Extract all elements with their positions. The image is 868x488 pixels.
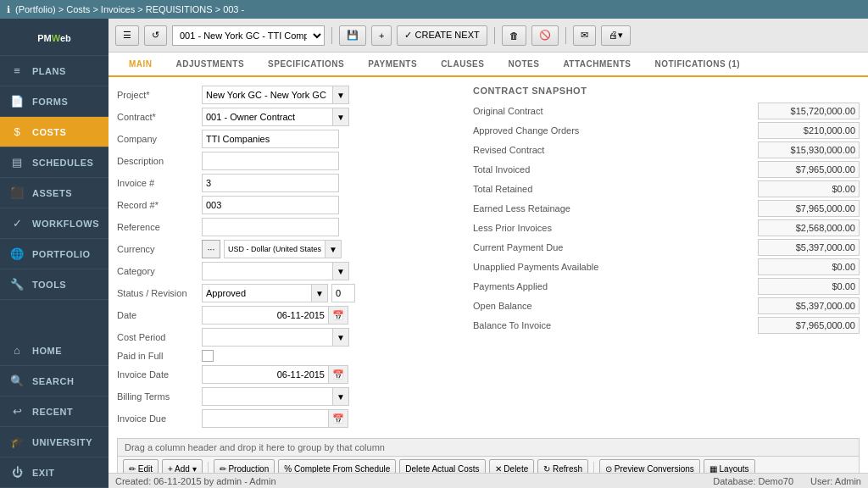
add-button[interactable]: + bbox=[371, 25, 392, 46]
billing-terms-input[interactable] bbox=[202, 387, 333, 406]
category-input[interactable] bbox=[202, 262, 333, 280]
grid-toolbar: ✏ Edit + Add ▾ ✏ Production % Complete F… bbox=[118, 457, 859, 473]
grid-complete-schedule-button[interactable]: % Complete From Schedule bbox=[278, 459, 396, 473]
snapshot-row-8: Unapplied Payments Available $0.00 bbox=[473, 258, 860, 275]
invoice-date-picker-btn[interactable]: 📅 bbox=[329, 365, 348, 384]
grid-production-button[interactable]: ✏ Production bbox=[214, 459, 275, 473]
save-button[interactable]: 💾 bbox=[339, 25, 366, 46]
invoice-due-input[interactable] bbox=[202, 409, 329, 428]
cancel-button[interactable]: 🚫 bbox=[531, 25, 559, 46]
cost-period-input[interactable] bbox=[202, 328, 333, 347]
grid-layouts-button[interactable]: ▦ Layouts bbox=[704, 459, 755, 473]
top-bar: ℹ (Portfolio) > Costs > Invoices > REQUI… bbox=[0, 0, 868, 19]
paid-full-checkbox[interactable] bbox=[202, 350, 214, 362]
currency-ellipsis-btn[interactable]: ··· bbox=[202, 240, 220, 258]
tab-payments[interactable]: PAYMENTS bbox=[356, 53, 429, 77]
sidebar-item-workflows[interactable]: ✓ WORKFLOWS bbox=[0, 208, 108, 239]
form-row-record: Record #* bbox=[117, 196, 456, 214]
category-label: Category bbox=[117, 266, 202, 276]
sidebar-item-university[interactable]: 🎓 UNIVERSITY bbox=[0, 427, 108, 458]
print-button[interactable]: 🖨▾ bbox=[601, 25, 631, 46]
reference-input[interactable] bbox=[202, 218, 339, 236]
email-button[interactable]: ✉ bbox=[573, 25, 596, 46]
sidebar-item-tools[interactable]: 🔧 TOOLS bbox=[0, 269, 108, 300]
grid-preview-button[interactable]: ⊙ Preview Conversions bbox=[599, 459, 700, 473]
sidebar-item-home[interactable]: ⌂ HOME bbox=[0, 336, 108, 366]
create-next-button[interactable]: ✓ CREATE NEXT bbox=[397, 25, 487, 46]
invoice-label: Invoice # bbox=[117, 178, 202, 188]
revision-input[interactable] bbox=[331, 284, 355, 302]
form-row-paid-full: Paid in Full bbox=[117, 350, 456, 362]
history-button[interactable]: ↺ bbox=[144, 25, 167, 46]
sidebar-item-search[interactable]: 🔍 SEARCH bbox=[0, 366, 108, 396]
snapshot-row-10: Open Balance $5,397,000.00 bbox=[473, 297, 860, 314]
tab-specifications[interactable]: SPECIFICATIONS bbox=[256, 53, 356, 77]
invoice-due-label: Invoice Due bbox=[117, 413, 202, 424]
paid-full-label: Paid in Full bbox=[117, 351, 202, 361]
sidebar: PMWeb ≡ PLANS 📄 FORMS $ COSTS ▤ SCHEDULE… bbox=[0, 19, 108, 488]
status-input[interactable] bbox=[202, 284, 312, 302]
sidebar-item-portfolio[interactable]: 🌐 PORTFOLIO bbox=[0, 239, 108, 269]
contract-label: Contract* bbox=[117, 112, 202, 122]
date-input[interactable] bbox=[202, 306, 329, 324]
delete-button[interactable]: 🗑 bbox=[502, 25, 526, 46]
snapshot-row-1: Approved Change Orders $210,000.00 bbox=[473, 122, 860, 139]
grid-delete-button[interactable]: ✕ Delete bbox=[489, 459, 535, 473]
sidebar-item-schedules[interactable]: ▤ SCHEDULES bbox=[0, 147, 108, 178]
currency-dropdown-btn[interactable]: ▼ bbox=[326, 240, 342, 258]
snapshot-section: CONTRACT SNAPSHOT Original Contract $15,… bbox=[473, 86, 860, 431]
grid-add-button[interactable]: + Add ▾ bbox=[162, 459, 203, 473]
sidebar-item-recent[interactable]: ↩ RECENT bbox=[0, 396, 108, 427]
grid-refresh-button[interactable]: ↻ Refresh bbox=[537, 459, 588, 473]
form-row-reference: Reference bbox=[117, 218, 456, 236]
grid-divider-1 bbox=[208, 462, 209, 473]
billing-terms-dropdown-btn[interactable]: ▼ bbox=[333, 387, 349, 406]
sidebar-item-costs[interactable]: $ COSTS bbox=[0, 117, 108, 147]
tab-adjustments[interactable]: ADJUSTMENTS bbox=[164, 53, 257, 77]
portfolio-icon: 🌐 bbox=[8, 247, 25, 260]
record-select[interactable]: 001 - New York GC - TTI Companies bbox=[172, 25, 325, 46]
tab-notifications[interactable]: NOTIFICATIONS (1) bbox=[643, 53, 753, 77]
info-icon: ℹ bbox=[7, 4, 10, 15]
sidebar-item-assets[interactable]: ⬛ ASSETS bbox=[0, 178, 108, 208]
grid-delete-actual-button[interactable]: Delete Actual Costs bbox=[399, 459, 485, 473]
divider-2 bbox=[494, 27, 495, 44]
sidebar-item-plans[interactable]: ≡ PLANS bbox=[0, 56, 108, 86]
reference-label: Reference bbox=[117, 222, 202, 232]
tab-main[interactable]: MAIN bbox=[117, 53, 164, 77]
category-select-wrapper: ▼ bbox=[202, 262, 349, 280]
date-picker-btn[interactable]: 📅 bbox=[329, 306, 348, 324]
database-text: Database: Demo70 bbox=[713, 476, 793, 486]
invoice-date-input[interactable] bbox=[202, 365, 329, 384]
tab-notes[interactable]: NOTES bbox=[496, 53, 551, 77]
toolbar: ☰ ↺ 001 - New York GC - TTI Companies 💾 … bbox=[108, 19, 868, 53]
cost-period-dropdown-btn[interactable]: ▼ bbox=[333, 328, 349, 347]
contract-input[interactable] bbox=[202, 108, 333, 126]
invoice-due-picker-btn[interactable]: 📅 bbox=[329, 409, 348, 428]
project-input[interactable] bbox=[202, 86, 333, 104]
category-dropdown-btn[interactable]: ▼ bbox=[333, 262, 349, 280]
sidebar-item-exit[interactable]: ⏻ EXIT bbox=[0, 458, 108, 488]
description-input[interactable] bbox=[202, 152, 339, 170]
snapshot-title: CONTRACT SNAPSHOT bbox=[473, 86, 860, 96]
menu-button[interactable]: ☰ bbox=[115, 25, 139, 46]
date-label: Date bbox=[117, 310, 202, 320]
currency-input[interactable] bbox=[224, 240, 326, 258]
exit-icon: ⏻ bbox=[8, 466, 25, 479]
status-dropdown-btn[interactable]: ▼ bbox=[312, 284, 328, 302]
snapshot-rows: Original Contract $15,720,000.00 Approve… bbox=[473, 103, 860, 334]
form-row-date: Date 📅 bbox=[117, 306, 456, 324]
contract-dropdown-btn[interactable]: ▼ bbox=[333, 108, 349, 126]
tab-attachments[interactable]: ATTACHMENTS bbox=[551, 53, 643, 77]
grid-divider-2 bbox=[593, 462, 594, 473]
app-wrapper: ℹ (Portfolio) > Costs > Invoices > REQUI… bbox=[0, 0, 868, 488]
sidebar-item-forms[interactable]: 📄 FORMS bbox=[0, 86, 108, 117]
invoice-input[interactable] bbox=[202, 174, 339, 192]
grid-edit-button[interactable]: ✏ Edit bbox=[123, 459, 159, 473]
forms-icon: 📄 bbox=[8, 95, 25, 108]
project-dropdown-btn[interactable]: ▼ bbox=[333, 86, 349, 104]
company-input[interactable] bbox=[202, 130, 339, 148]
record-input[interactable] bbox=[202, 196, 339, 214]
tab-clauses[interactable]: CLAUSES bbox=[429, 53, 496, 77]
workflows-icon: ✓ bbox=[8, 217, 25, 230]
